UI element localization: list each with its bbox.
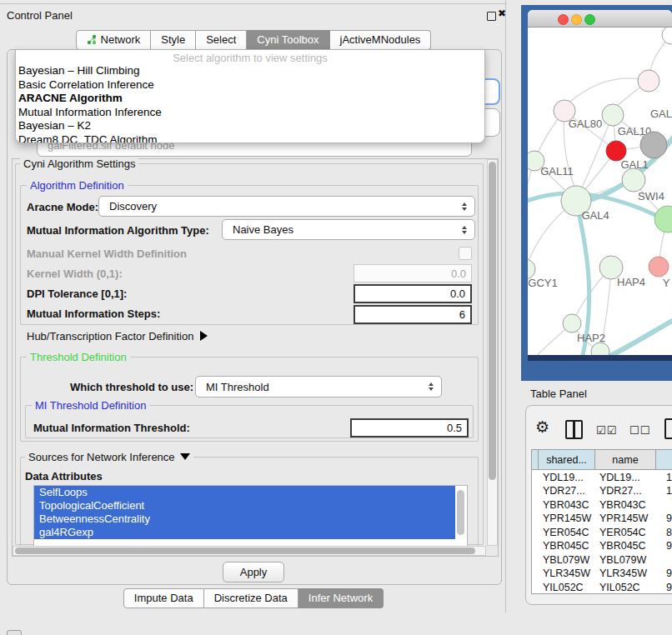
- network-canvas[interactable]: GALGAL80GAL10GAL1GAL11SWI4GAL4GCY1HAP4YH…: [528, 27, 672, 361]
- network-node-swi4[interactable]: [622, 168, 645, 192]
- kernel-width-value: 0.0: [451, 268, 466, 280]
- algorithm-option-bayesian-hill-climbing[interactable]: Bayesian – Hill Climbing: [16, 64, 484, 78]
- close-icon[interactable]: ✖: [498, 8, 506, 19]
- table-row[interactable]: YER054CYER054C8.: [532, 525, 672, 539]
- manual-kernel-checkbox[interactable]: [459, 247, 472, 260]
- cyni-settings-title: Cyni Algorithm Settings: [20, 158, 138, 170]
- which-threshold-label: Which threshold to use:: [70, 381, 193, 393]
- table-cell: 9.: [656, 568, 672, 579]
- minimized-panel-chip[interactable]: [7, 630, 22, 635]
- panel-right-border: [505, 0, 506, 612]
- algorithm-option-aracne-algorithm[interactable]: ARACNE Algorithm: [16, 92, 484, 106]
- node-label-gal4: GAL4: [581, 209, 609, 222]
- sources-group-title[interactable]: Sources for Network Inference: [25, 451, 193, 463]
- minimize-traffic-icon[interactable]: [571, 14, 582, 25]
- tab-cyni-toolbox[interactable]: Cyni Toolbox: [247, 30, 329, 50]
- apply-button[interactable]: Apply: [223, 562, 284, 582]
- node-table[interactable]: shared...nameA YDL19...YDL19...13YDR27..…: [531, 449, 672, 594]
- column-header-a[interactable]: A: [656, 450, 672, 470]
- algorithm-option-dream8-dc-tdc-algorithm[interactable]: Dream8 DC_TDC Algorithm: [16, 133, 484, 144]
- table-cell: YBR043C: [539, 499, 595, 511]
- column-header-shared-[interactable]: shared...: [539, 450, 595, 470]
- table-cell: YBR045C: [539, 540, 595, 552]
- attribute-item-topologicalcoefficient[interactable]: TopologicalCoefficient: [34, 499, 455, 512]
- tab-network[interactable]: Network: [76, 30, 152, 50]
- mi-threshold-field[interactable]: 0.5: [350, 418, 469, 438]
- table-cell: 9: [656, 582, 672, 593]
- data-attributes-label: Data Attributes: [25, 470, 103, 482]
- table-row[interactable]: YDL19...YDL19...13: [532, 470, 672, 484]
- table-row[interactable]: YBR043CYBR043C: [532, 498, 672, 512]
- table-cell: YDL19...: [539, 472, 595, 483]
- data-attributes-list[interactable]: SelfLoopsTopologicalCoefficientBetweenne…: [33, 485, 468, 548]
- network-node[interactable]: [662, 27, 672, 44]
- network-window[interactable]: GALGAL80GAL10GAL1GAL11SWI4GAL4GCY1HAP4YH…: [528, 10, 672, 361]
- attribute-item-selfloops[interactable]: SelfLoops: [34, 486, 455, 499]
- select-all-checks-icon[interactable]: ☑☑: [596, 424, 617, 437]
- table-row[interactable]: YBL079WYBL079W: [532, 552, 672, 567]
- network-window-titlebar[interactable]: [528, 10, 672, 28]
- network-node-gal10[interactable]: [602, 104, 624, 126]
- settings-vertical-scrollbar-thumb[interactable]: [489, 162, 496, 480]
- gear-icon[interactable]: ⚙: [535, 418, 549, 436]
- close-traffic-icon[interactable]: [558, 14, 569, 25]
- settings-horizontal-scrollbar-thumb[interactable]: [15, 548, 475, 554]
- column-header-name[interactable]: name: [595, 450, 656, 470]
- column-header-spacer[interactable]: [532, 450, 539, 470]
- tab-label: Cyni Toolbox: [257, 33, 318, 46]
- attribute-item-gal4rgexp[interactable]: gal4RGexp: [34, 526, 455, 539]
- table-row[interactable]: YPR145WYPR145W9.: [532, 512, 672, 526]
- kernel-width-label: Kernel Width (0,1):: [27, 268, 123, 280]
- tab-label: Infer Network: [308, 592, 373, 604]
- algorithm-option-mutual-information-inference[interactable]: Mutual Information Inference: [16, 106, 484, 120]
- table-cell: YLR345W: [539, 568, 595, 579]
- network-edge[interactable]: [568, 78, 649, 103]
- network-node-y[interactable]: [649, 257, 669, 277]
- node-label-gcy1: GCY1: [528, 277, 557, 289]
- aracne-mode-label: Aracne Mode:: [27, 201, 98, 213]
- mi-type-select[interactable]: Naive Bayes: [222, 219, 475, 240]
- tab-discretize-data[interactable]: Discretize Data: [204, 588, 298, 608]
- columns-icon[interactable]: [565, 420, 583, 439]
- which-threshold-select[interactable]: MI Threshold: [195, 376, 442, 398]
- tab-impute-data[interactable]: Impute Data: [123, 588, 204, 608]
- table-row[interactable]: YDR27...YDR27...12: [532, 484, 672, 498]
- table-cell: YER054C: [539, 527, 595, 538]
- hub-definition-toggle[interactable]: Hub/Transcription Factor Definition: [27, 330, 208, 342]
- tab-jactivemnodules[interactable]: jActiveMNodules: [330, 30, 432, 50]
- tab-select[interactable]: Select: [196, 30, 247, 50]
- kernel-width-field[interactable]: 0.0: [354, 264, 472, 282]
- mi-steps-field[interactable]: 6: [354, 305, 472, 324]
- apply-button-label: Apply: [240, 566, 268, 578]
- table-row[interactable]: YIL052CYIL052C9: [532, 580, 672, 594]
- node-label-swi4: SWI4: [638, 190, 664, 202]
- algorithm-option-basic-correlation-inference[interactable]: Basic Correlation Inference: [16, 78, 484, 92]
- panel-title: Control Panel: [7, 9, 73, 22]
- table-cell: 9.: [656, 540, 672, 552]
- tab-infer-network[interactable]: Infer Network: [298, 588, 384, 608]
- attribute-item-betweennesscentrality[interactable]: BetweennessCentrality: [34, 512, 455, 526]
- panel-top-border: [0, 3, 507, 4]
- table-row[interactable]: YBR045CYBR045C9.: [532, 539, 672, 553]
- float-window-icon[interactable]: [487, 12, 496, 21]
- document-icon[interactable]: [664, 418, 672, 439]
- tab-style[interactable]: Style: [151, 30, 196, 50]
- mi-steps-label: Mutual Information Steps:: [27, 308, 160, 320]
- network-node-gal[interactable]: [638, 70, 659, 92]
- network-node[interactable]: [640, 132, 667, 158]
- algorithm-option-bayesian-k2[interactable]: Bayesian – K2: [16, 119, 484, 133]
- table-row[interactable]: YLR345WYLR345W9.: [532, 567, 672, 581]
- attributes-scrollbar-thumb[interactable]: [457, 490, 464, 535]
- hub-definition-label: Hub/Transcription Factor Definition: [27, 330, 193, 342]
- deselect-all-checks-icon[interactable]: ☐☐: [629, 424, 650, 437]
- zoom-traffic-icon[interactable]: [584, 14, 595, 25]
- control-panel-tabs: NetworkStyleSelectCyni ToolboxjActiveMNo…: [0, 30, 507, 50]
- network-node[interactable]: [654, 206, 672, 232]
- stepper-icon: [462, 202, 467, 211]
- aracne-mode-select[interactable]: Discovery: [98, 196, 475, 217]
- dpi-tolerance-field[interactable]: 0.0: [354, 284, 472, 303]
- aracne-mode-value: Discovery: [109, 200, 157, 212]
- network-node-hap2[interactable]: [563, 314, 581, 332]
- node-label-hap4: HAP4: [617, 276, 645, 288]
- network-icon: [87, 34, 97, 45]
